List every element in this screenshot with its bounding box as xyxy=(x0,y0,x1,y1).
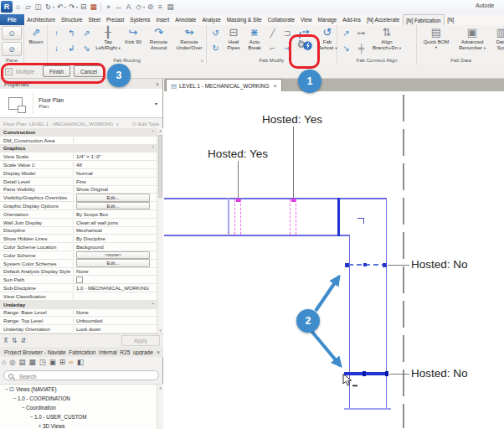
tab-architecture[interactable]: Architecture xyxy=(24,14,59,25)
show-pane-button[interactable]: ⊙ xyxy=(2,26,22,40)
measure-icon[interactable]: ⌖ xyxy=(104,2,113,13)
tab-massing-site[interactable]: Massing & Site xyxy=(224,14,265,25)
properties-scrollbar[interactable]: ∧ ∨ xyxy=(157,128,163,333)
property-row[interactable]: Default Analysis Display StyleNone xyxy=(0,268,157,277)
tap-left-right-button[interactable]: ╂ Tap Left/Right ▾ xyxy=(95,26,121,51)
pb-families-icon[interactable]: ▣ xyxy=(49,358,56,366)
property-row[interactable]: OrientationBy Scope Box xyxy=(0,210,157,219)
property-group-row[interactable]: Construction⌃ xyxy=(0,128,157,137)
pb-home-icon[interactable]: ⌂ xyxy=(2,358,6,366)
property-row[interactable]: Display ModelNormal xyxy=(0,169,157,178)
type-selector[interactable]: Floor Plan Plan ▾ xyxy=(0,89,162,118)
pin-icon[interactable]: ⌃ xyxy=(151,302,155,308)
tree-toggle-icon[interactable]: − xyxy=(28,414,34,420)
data-sync-button[interactable]: ▥ Data Syn xyxy=(491,26,504,50)
tab-collaborate[interactable]: Collaborate xyxy=(265,14,297,25)
connect-pipe-button[interactable]: ⊶ xyxy=(354,26,368,39)
property-row[interactable]: DisciplineMechanical xyxy=(0,227,157,235)
elbow-up-button[interactable]: ↰ xyxy=(64,26,79,39)
property-row[interactable]: Color Scheme<none> xyxy=(0,251,157,260)
pb-assemblies-icon[interactable]: ◧ xyxy=(77,358,84,366)
view-3d-icon[interactable]: ◇ xyxy=(134,2,143,13)
quick-bom-button[interactable]: ▤ Quick BOM ▾ xyxy=(419,26,454,50)
swirl-ccw-button[interactable]: ↺ xyxy=(208,26,223,39)
property-row[interactable]: Detail LevelFine xyxy=(0,178,157,186)
scroll-up-icon[interactable]: ∧ xyxy=(157,385,163,391)
tree-toggle-icon[interactable]: − xyxy=(12,395,18,401)
edit-button[interactable]: Edit... xyxy=(76,259,150,267)
tree-scrollbar[interactable]: ∧ xyxy=(157,385,163,429)
properties-help-icon[interactable]: ⊼ xyxy=(3,337,8,344)
tab-steel[interactable]: Steel xyxy=(85,14,103,25)
redo-icon[interactable]: ↷ xyxy=(67,2,76,13)
pb-sheets-icon[interactable]: ◳ xyxy=(39,358,46,366)
panel-launcher-icon[interactable]: ˅ xyxy=(201,59,203,64)
section-icon[interactable]: ⊘ xyxy=(146,2,155,13)
tree-item[interactable]: −Coordination xyxy=(0,403,163,412)
chevron-down-icon[interactable]: ▾ xyxy=(155,101,157,106)
property-group-row[interactable]: Graphics⌃ xyxy=(0,145,157,153)
tab--n-fabrication[interactable]: [N] Fabrication xyxy=(403,14,445,25)
route-up-button[interactable]: ↑ xyxy=(49,26,64,39)
tab--n-accelerate[interactable]: [N] Accelerate xyxy=(364,14,403,25)
property-row[interactable]: Wall Join DisplayClean all wall joins xyxy=(0,219,157,227)
undo-icon[interactable]: ↶ xyxy=(55,2,64,13)
revit-logo[interactable]: R xyxy=(1,1,13,13)
diagonal-up-button[interactable]: ⇗ xyxy=(80,26,94,39)
property-row[interactable]: Show Hidden LinesBy Discipline xyxy=(0,235,157,243)
property-row[interactable]: System Color SchemesEdit... xyxy=(0,260,157,268)
property-row[interactable]: Color Scheme LocationBackground xyxy=(0,243,157,251)
reroute-around-button[interactable]: ↷ Reroute Around xyxy=(145,26,172,50)
bloom-button[interactable]: ⇗ Bloom xyxy=(26,26,46,45)
view-tab[interactable]: ▤ LEVEL 1 - MECHANICAL_WORKING × xyxy=(166,79,282,92)
tab-view[interactable]: View xyxy=(298,14,316,25)
kick-90-button[interactable]: ↪ Kick 90 xyxy=(122,26,144,45)
advanced-renumber-button[interactable]: ▣ Advanced Renumber ▾ xyxy=(455,26,490,51)
scrollbar-thumb[interactable] xyxy=(158,135,162,198)
apply-button[interactable]: Apply xyxy=(121,335,160,346)
pb-legends-icon[interactable]: ▤ xyxy=(19,358,26,366)
text-icon[interactable]: A xyxy=(124,2,133,13)
tree-item[interactable]: −⊡Views (NAVIATE) xyxy=(0,385,163,394)
connect-ne-button[interactable]: ↗ xyxy=(339,26,353,39)
heal-pipes-button[interactable]: ⊟ Heal Pipes xyxy=(224,26,244,50)
pin-icon[interactable]: ⌃ xyxy=(151,145,155,151)
sync-icon[interactable]: ↻ xyxy=(44,2,53,13)
tab-structure[interactable]: Structure xyxy=(58,14,85,25)
property-row[interactable]: Range: Base LevelNone xyxy=(0,309,157,318)
property-row[interactable]: Sub-Discipline1.0 - MECHANICAL_WORKING xyxy=(0,284,157,292)
property-row[interactable]: View Scale1/4" = 1'-0" xyxy=(0,152,157,161)
tab-annotate[interactable]: Annotate xyxy=(172,14,199,25)
tab-file[interactable]: File xyxy=(0,14,24,25)
pb-schedules-icon[interactable]: ▦ xyxy=(29,358,36,366)
connect-se-button[interactable]: ↘ xyxy=(339,41,353,54)
search-box[interactable] xyxy=(3,370,159,380)
thin-lines-icon[interactable]: ≡ xyxy=(156,2,165,13)
edit-button[interactable]: Edit... xyxy=(76,202,150,210)
checkbox[interactable] xyxy=(76,277,83,283)
pb-views-icon[interactable]: ◎ xyxy=(9,358,15,366)
property-row[interactable]: View Classification xyxy=(0,292,157,301)
align-branch-dn-button[interactable]: ⇅ Align Branch+Dn ▾ xyxy=(369,26,404,51)
edit-type-button[interactable]: ⊡ Edit Type xyxy=(132,121,159,127)
property-row[interactable]: Sun Path xyxy=(0,276,157,284)
sort-ascending-icon[interactable]: ⇅ xyxy=(12,337,18,344)
scroll-down-icon[interactable]: ∨ xyxy=(157,328,163,333)
hide-pane-button[interactable]: ⊘ xyxy=(2,42,22,56)
sort-descending-icon[interactable]: ⇵ xyxy=(21,337,27,344)
tab--n-[interactable]: [N] xyxy=(445,14,457,25)
tab-precast[interactable]: Precast xyxy=(103,14,126,25)
property-group-row[interactable]: Underlay⌃ xyxy=(0,301,157,309)
align-t-button[interactable]: ╪ xyxy=(354,41,368,54)
elbow-pipe-button[interactable]: ⌐ xyxy=(265,41,280,54)
tab-analyze[interactable]: Analyze xyxy=(199,14,224,25)
tree-item[interactable]: −1.0 - COORDINATION xyxy=(0,394,163,403)
slope-pencil-button[interactable]: ╱ xyxy=(265,26,280,39)
dimension-icon[interactable]: ↔ xyxy=(114,2,123,13)
reroute-under-over-button[interactable]: ↬ Reroute Under/Over xyxy=(173,26,205,50)
edit-button[interactable]: <none> xyxy=(76,251,150,260)
property-row[interactable]: Graphic Display OptionsEdit... xyxy=(0,202,157,210)
home-icon[interactable]: ⌂ xyxy=(13,2,23,13)
scroll-up-icon[interactable]: ∧ xyxy=(157,128,163,134)
print-icon[interactable]: ⊟ xyxy=(79,2,88,13)
